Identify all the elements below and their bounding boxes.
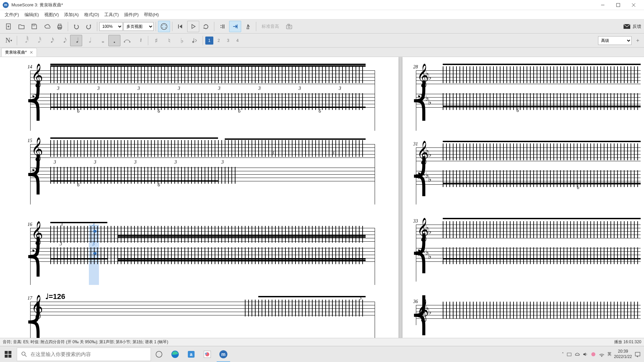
system-tray[interactable]: ˄ 英 中 20:39 2022/1/22: [558, 349, 644, 359]
close-button[interactable]: [626, 0, 641, 10]
page-left[interactable]: 14 ⎨ 𝄞 3 3 3 3 3 3 3 3: [0, 57, 398, 338]
menu-plugins[interactable]: 插件(P): [121, 10, 141, 19]
print-button[interactable]: [54, 21, 66, 32]
flat-button[interactable]: ♭: [176, 35, 188, 46]
zoom-select[interactable]: 100%: [99, 22, 123, 31]
duration-quarter-button[interactable]: 𝅘𝅥: [70, 35, 82, 46]
brace-icon: ⎨: [25, 302, 30, 338]
menu-file[interactable]: 文件(F): [2, 10, 22, 19]
wifi-icon[interactable]: [599, 352, 605, 357]
add-workspace-button[interactable]: +: [634, 38, 641, 44]
duration-half-button[interactable]: 𝅗𝅥: [83, 35, 95, 46]
duration-32nd-button[interactable]: 𝅘𝅥𝅰: [32, 35, 44, 46]
sharp-button[interactable]: ♯: [150, 35, 162, 46]
app-icon-1[interactable]: a: [183, 346, 199, 362]
tabbar: 黄泉咏夜曲* ✕: [0, 48, 644, 57]
cortana-icon[interactable]: [151, 346, 167, 362]
menu-format[interactable]: 格式(O): [82, 10, 102, 19]
system-16[interactable]: 16 ⎨ 𝄞 3 3 3 3: [30, 228, 375, 285]
system-36[interactable]: 36 ⎨ 𝄞 ♭♭: [416, 305, 641, 325]
rest-button[interactable]: 𝄽: [134, 35, 146, 46]
app-icon-2[interactable]: [199, 346, 215, 362]
score-canvas[interactable]: 14 ⎨ 𝄞 3 3 3 3 3 3 3 3: [0, 57, 644, 338]
menu-view[interactable]: 视图(V): [42, 10, 61, 19]
ime-indicator[interactable]: 英: [607, 351, 611, 357]
workspace-select[interactable]: 高级: [598, 36, 632, 45]
menu-tools[interactable]: 工具(T): [102, 10, 121, 19]
open-button[interactable]: [15, 21, 28, 32]
system-17[interactable]: 17 ♩=126 3 ⎨ 𝄞: [30, 302, 375, 338]
svg-point-18: [221, 25, 222, 26]
undo-button[interactable]: [70, 21, 82, 32]
midi-input-button[interactable]: [158, 21, 170, 32]
treble-clef-icon: 𝄞: [31, 221, 43, 244]
voice-1-button[interactable]: 1: [205, 37, 213, 45]
system-31[interactable]: 31 ⎨ 𝄞 ♭♭ 𝄢 ♭♭ 6: [416, 147, 641, 204]
redo-button[interactable]: [83, 21, 95, 32]
titlebar: m MuseScore 3: 黄泉咏夜曲*: [0, 0, 644, 10]
svg-point-25: [288, 26, 290, 28]
svg-rect-26: [288, 24, 289, 25]
duration-dot-button[interactable]: .: [108, 35, 120, 46]
svg-rect-21: [224, 24, 224, 28]
maximize-button[interactable]: [610, 0, 626, 10]
natural-button[interactable]: ♮: [163, 35, 175, 46]
system-33[interactable]: 33 ⎨ 𝄞 ♭♭ 𝄢 ♭♭: [416, 225, 641, 282]
clock[interactable]: 20:39 2022/1/22: [614, 349, 632, 359]
tray-chevron-icon[interactable]: ˄: [562, 352, 564, 357]
rewind-button[interactable]: [174, 21, 186, 32]
system-14[interactable]: 14 ⎨ 𝄞 3 3 3 3 3 3 3 3: [30, 70, 375, 131]
menu-edit[interactable]: 编辑(E): [22, 10, 42, 19]
brace-icon: ⎨: [25, 228, 30, 285]
selected-note-icon[interactable]: [93, 230, 97, 233]
tray-icon[interactable]: [567, 352, 572, 357]
minimize-button[interactable]: [595, 0, 610, 10]
brace-icon: ⎨: [25, 70, 30, 131]
bass-clef-icon: 𝄢: [417, 246, 425, 261]
onedrive-icon[interactable]: [575, 352, 580, 357]
start-button[interactable]: [0, 346, 16, 362]
play-button[interactable]: [187, 21, 199, 32]
score-tab[interactable]: 黄泉咏夜曲* ✕: [1, 48, 37, 57]
save-button[interactable]: [28, 21, 40, 32]
loop-button[interactable]: [200, 21, 212, 32]
svg-rect-22: [237, 24, 237, 28]
system-15[interactable]: 15 ⎨ 𝄞 3 3 3 3 3 3 3: [30, 144, 375, 204]
svg-point-28: [124, 41, 125, 43]
repeat-button[interactable]: [216, 21, 228, 32]
svg-point-12: [164, 24, 164, 25]
feedback-button[interactable]: 反馈: [623, 23, 641, 29]
duration-64th-button[interactable]: 𝅘𝅥𝅱: [19, 35, 31, 46]
tab-label: 黄泉咏夜曲*: [5, 50, 27, 55]
selected-note-icon[interactable]: [93, 252, 97, 255]
duration-16th-button[interactable]: 𝅘𝅥𝅯: [45, 35, 57, 46]
voice-3-button[interactable]: 3: [224, 37, 232, 45]
system-28[interactable]: 28 ⎨ 𝄞 ♭♭ 𝄢 ♭♭ 6: [416, 70, 641, 131]
flip-button[interactable]: [189, 35, 201, 46]
taskbar-search[interactable]: [17, 348, 151, 361]
duration-8th-button[interactable]: 𝅘𝅥𝅮: [57, 35, 69, 46]
voice-2-button[interactable]: 2: [215, 37, 223, 45]
tie-button[interactable]: [121, 35, 133, 46]
svg-point-38: [156, 351, 162, 357]
pan-button[interactable]: [229, 21, 241, 32]
menu-help[interactable]: 帮助(H): [141, 10, 161, 19]
voice-4-button[interactable]: 4: [233, 37, 241, 45]
page-right[interactable]: 28 ⎨ 𝄞 ♭♭ 𝄢 ♭♭ 6 31 ⎨: [402, 57, 644, 338]
tab-close-button[interactable]: ✕: [30, 50, 33, 55]
new-score-button[interactable]: [3, 21, 15, 32]
search-icon: [21, 351, 27, 357]
duration-whole-button[interactable]: 𝅝: [96, 35, 108, 46]
tray-app-icon[interactable]: [591, 352, 596, 357]
volume-icon[interactable]: [583, 352, 588, 357]
edge-icon[interactable]: [167, 346, 183, 362]
musescore-taskbar-icon[interactable]: m: [215, 346, 231, 362]
cloud-button[interactable]: [41, 21, 53, 32]
notifications-icon[interactable]: [635, 351, 641, 357]
camera-button[interactable]: [283, 21, 295, 32]
view-mode-select[interactable]: 多页视图: [123, 22, 154, 31]
metronome-button[interactable]: [242, 21, 254, 32]
note-input-mode-button[interactable]: N▾: [3, 35, 15, 46]
search-input[interactable]: [31, 351, 147, 357]
menu-add[interactable]: 添加(A): [61, 10, 81, 19]
